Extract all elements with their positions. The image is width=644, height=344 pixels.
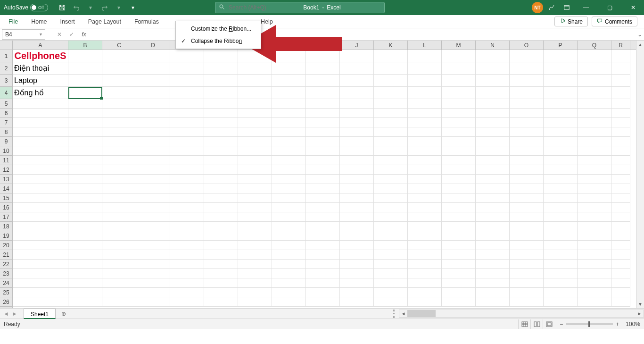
- add-sheet-icon[interactable]: ⊕: [58, 310, 69, 317]
- cell-J23[interactable]: [340, 269, 374, 278]
- cell-O19[interactable]: [510, 231, 544, 241]
- cell-F5[interactable]: [204, 99, 238, 109]
- cell-M9[interactable]: [442, 137, 476, 146]
- cell-B12[interactable]: [68, 165, 102, 175]
- cell-P22[interactable]: [544, 260, 578, 269]
- cell-F4[interactable]: [204, 87, 238, 99]
- cell-I20[interactable]: [306, 241, 340, 250]
- row-header-15[interactable]: 15: [0, 193, 12, 203]
- cell-K12[interactable]: [374, 165, 408, 175]
- cell-Q19[interactable]: [578, 231, 611, 241]
- cell-M7[interactable]: [442, 118, 476, 127]
- cell-I11[interactable]: [306, 156, 340, 165]
- cell-H25[interactable]: [272, 288, 306, 297]
- cell-E19[interactable]: [170, 231, 204, 241]
- maximize-button[interactable]: ▢: [599, 0, 620, 15]
- cell-M8[interactable]: [442, 127, 476, 137]
- cell-J9[interactable]: [340, 137, 374, 146]
- cell-H11[interactable]: [272, 156, 306, 165]
- cell-O24[interactable]: [510, 278, 544, 288]
- cell-J18[interactable]: [340, 222, 374, 231]
- cell-K15[interactable]: [374, 193, 408, 203]
- cell-E8[interactable]: [170, 127, 204, 137]
- cell-B3[interactable]: [68, 75, 102, 87]
- cell-R10[interactable]: [611, 146, 630, 156]
- cell-D4[interactable]: [136, 87, 170, 99]
- cell-R5[interactable]: [611, 99, 630, 109]
- cell-O16[interactable]: [510, 203, 544, 212]
- select-all-corner[interactable]: [0, 41, 13, 50]
- cell-M26[interactable]: [442, 297, 476, 307]
- name-box[interactable]: B4 ▾: [2, 29, 45, 40]
- cell-L17[interactable]: [408, 212, 442, 222]
- cell-B8[interactable]: [68, 127, 102, 137]
- cell-E1[interactable]: [170, 50, 204, 62]
- cell-I12[interactable]: [306, 165, 340, 175]
- cell-C26[interactable]: [102, 297, 136, 307]
- cell-K13[interactable]: [374, 175, 408, 184]
- cell-R16[interactable]: [611, 203, 630, 212]
- cell-N15[interactable]: [476, 193, 510, 203]
- cell-A13[interactable]: [13, 175, 68, 184]
- cell-H7[interactable]: [272, 118, 306, 127]
- cell-J6[interactable]: [340, 109, 374, 118]
- cell-R13[interactable]: [611, 175, 630, 184]
- col-header-D[interactable]: D: [136, 41, 170, 50]
- cell-C22[interactable]: [102, 260, 136, 269]
- row-header-19[interactable]: 19: [0, 231, 12, 241]
- cell-C17[interactable]: [102, 212, 136, 222]
- search-box[interactable]: [215, 2, 385, 13]
- cell-A6[interactable]: [13, 109, 68, 118]
- cell-G9[interactable]: [238, 137, 272, 146]
- cell-M18[interactable]: [442, 222, 476, 231]
- cell-B4[interactable]: [68, 87, 102, 99]
- cell-N5[interactable]: [476, 99, 510, 109]
- cell-K8[interactable]: [374, 127, 408, 137]
- cell-D3[interactable]: [136, 75, 170, 87]
- cell-F19[interactable]: [204, 231, 238, 241]
- cell-L2[interactable]: [408, 62, 442, 75]
- cell-H17[interactable]: [272, 212, 306, 222]
- row-header-6[interactable]: 6: [0, 109, 12, 118]
- cell-N10[interactable]: [476, 146, 510, 156]
- cell-B26[interactable]: [68, 297, 102, 307]
- cell-F8[interactable]: [204, 127, 238, 137]
- cell-N12[interactable]: [476, 165, 510, 175]
- cell-B23[interactable]: [68, 269, 102, 278]
- cell-N20[interactable]: [476, 241, 510, 250]
- cell-J25[interactable]: [340, 288, 374, 297]
- cell-J17[interactable]: [340, 212, 374, 222]
- cell-F20[interactable]: [204, 241, 238, 250]
- cell-A12[interactable]: [13, 165, 68, 175]
- cell-J7[interactable]: [340, 118, 374, 127]
- cell-I25[interactable]: [306, 288, 340, 297]
- cell-P13[interactable]: [544, 175, 578, 184]
- cell-I22[interactable]: [306, 260, 340, 269]
- row-header-17[interactable]: 17: [0, 212, 12, 222]
- row-header-24[interactable]: 24: [0, 278, 12, 288]
- view-page-break-icon[interactable]: [543, 319, 555, 329]
- cell-M10[interactable]: [442, 146, 476, 156]
- cell-B24[interactable]: [68, 278, 102, 288]
- cell-D6[interactable]: [136, 109, 170, 118]
- redo-dropdown-icon[interactable]: ▾: [112, 1, 125, 14]
- cell-K16[interactable]: [374, 203, 408, 212]
- cell-F23[interactable]: [204, 269, 238, 278]
- cell-E6[interactable]: [170, 109, 204, 118]
- cell-O1[interactable]: [510, 50, 544, 62]
- cell-R25[interactable]: [611, 288, 630, 297]
- cell-O2[interactable]: [510, 62, 544, 75]
- cell-E4[interactable]: [170, 87, 204, 99]
- cell-A20[interactable]: [13, 241, 68, 250]
- cell-C1[interactable]: [102, 50, 136, 62]
- cell-K21[interactable]: [374, 250, 408, 260]
- cell-M25[interactable]: [442, 288, 476, 297]
- expand-formula-icon[interactable]: ⌄: [636, 31, 644, 38]
- row-header-3[interactable]: 3: [0, 75, 12, 87]
- cell-H22[interactable]: [272, 260, 306, 269]
- cell-C9[interactable]: [102, 137, 136, 146]
- cell-P14[interactable]: [544, 184, 578, 193]
- cell-A10[interactable]: [13, 146, 68, 156]
- cell-B17[interactable]: [68, 212, 102, 222]
- cell-C7[interactable]: [102, 118, 136, 127]
